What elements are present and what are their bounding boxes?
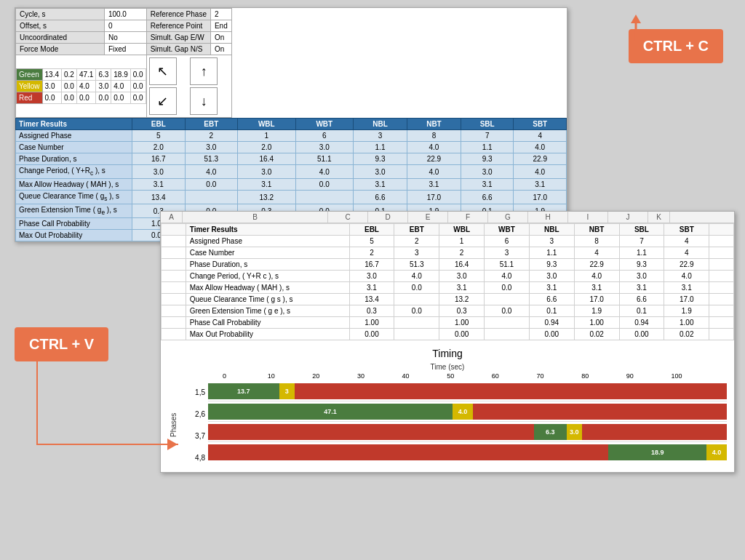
green-v2: 0.2	[62, 69, 77, 81]
col-g: G	[488, 212, 528, 223]
signal-icon-2: ↑	[190, 57, 218, 85]
col-i: I	[568, 212, 608, 223]
yellow-v5: 4.0	[111, 81, 130, 92]
red-v2: 0.0	[62, 92, 77, 104]
yellow-v4: 3.0	[96, 81, 111, 92]
phases-label: Phases	[168, 381, 179, 468]
table-row: Change Period, ( Y+Rc ), s3.04.03.04.03.…	[16, 165, 567, 179]
yellow-v2: 0.0	[62, 81, 77, 92]
wbl-header: WBL	[238, 119, 295, 130]
red-v5: 0.0	[111, 92, 130, 104]
simgap-ew-label: Simult. Gap E/W	[146, 32, 210, 44]
table-row: Case Number 23231.141.14	[162, 247, 734, 259]
nbt-header: NBT	[407, 119, 461, 130]
yellow-v1: 3.0	[42, 81, 61, 92]
bar-red-26	[473, 404, 727, 420]
tick-80: 80	[581, 372, 626, 380]
tick-20: 20	[312, 372, 357, 380]
red-v4: 0.0	[96, 92, 111, 104]
sbl-header: SBL	[461, 119, 514, 130]
tick-70: 70	[536, 372, 581, 380]
bar-green-37: 6.3	[534, 424, 567, 440]
col-d: D	[368, 212, 408, 223]
tick-60: 60	[492, 372, 537, 380]
bar-row-37: 6.3 3.0	[208, 422, 727, 442]
green-v6: 0.0	[130, 69, 146, 81]
timing-title: Timing	[168, 348, 727, 359]
tick-30: 30	[357, 372, 402, 380]
tick-90: 90	[626, 372, 672, 380]
simgap-ew-value: On	[210, 32, 231, 44]
red-v6: 0.0	[130, 92, 146, 104]
bar-yellow-48: 4.0	[706, 444, 727, 460]
col-c: C	[328, 212, 368, 223]
bar-row-48: 18.9 4.0	[208, 442, 727, 463]
bar-row-26: 47.1 4.0	[208, 401, 727, 422]
ref-phase-value: 2	[210, 9, 231, 20]
table-row: Phase Call Probability 1.001.000.941.000…	[162, 317, 734, 329]
simgap-ns-value: On	[210, 44, 231, 55]
timer-results-header: Timer Results	[16, 119, 132, 130]
nbl-header: NBL	[354, 119, 407, 130]
table-row: Phase Duration, s16.751.316.451.19.322.9…	[16, 153, 567, 165]
ctrl-c-arrow	[625, 15, 647, 45]
bar-yellow-26: 4.0	[453, 404, 474, 420]
offset-value: 0	[104, 20, 146, 32]
col-f: F	[448, 212, 488, 223]
tick-50: 50	[447, 372, 492, 380]
yellow-v3: 4.0	[76, 81, 95, 92]
ref-point-label: Reference Point	[146, 20, 210, 32]
bottom-panel: A B C D E F G H I J K Timer Results EBL	[160, 211, 735, 473]
red-v3: 0.0	[76, 92, 95, 104]
green-label: Green	[17, 69, 43, 81]
info-table: Cycle, s 100.0 Reference Phase 2 Offset,…	[15, 8, 232, 118]
bar-green-26: 47.1	[208, 404, 453, 420]
bar-red-37-2	[582, 424, 727, 440]
ctrl-v-badge: CTRL + V	[15, 327, 108, 361]
ctrl-v-horiz-line	[36, 444, 178, 445]
phase-label-26: 2,6	[179, 403, 208, 425]
signal-icon-1: ↖	[149, 57, 177, 85]
cycle-label: Cycle, s	[16, 9, 105, 20]
bars-area: 13.7 3 47.1 4.0 6.3 3.0	[208, 381, 727, 468]
yellow-v6: 0.0	[130, 81, 146, 92]
table-row: Max Allow Headway ( MAH ), s3.10.03.10.0…	[16, 179, 567, 191]
bar-red-48-1	[208, 444, 608, 460]
red-v1: 0.0	[42, 92, 61, 104]
simgap-ns-label: Simult. Gap N/S	[146, 44, 210, 55]
bar-green-48: 18.9	[608, 444, 706, 460]
ref-point-value: End	[210, 20, 231, 32]
time-axis-label: Time (sec)	[168, 363, 727, 371]
table-row: Assigned Phase52163874	[16, 130, 567, 142]
cycle-value: 100.0	[104, 9, 146, 20]
bar-row-15: 13.7 3	[208, 381, 727, 401]
sbt-header: SBT	[514, 119, 567, 130]
top-panel: Cycle, s 100.0 Reference Phase 2 Offset,…	[15, 7, 567, 242]
ebl-header: EBL	[132, 119, 186, 130]
offset-label: Offset, s	[16, 20, 105, 32]
phase-label-15: 1,5	[179, 381, 208, 403]
table-row: Max Out Probability 0.000.000.000.020.00…	[162, 329, 734, 340]
tick-10: 10	[268, 372, 313, 380]
tick-0: 0	[223, 372, 268, 380]
excel-data-table: Timer Results EBLEBTWBLWBTNBLNBTSBLSBT A…	[161, 223, 734, 340]
wbt-header: WBT	[295, 119, 353, 130]
uncoord-label: Uncoordinated	[16, 32, 105, 44]
table-row: Queue Clearance Time ( g s ), s 13.413.2…	[162, 294, 734, 305]
table-row: Case Number2.03.02.03.01.14.01.14.0	[16, 142, 567, 153]
green-v3: 47.1	[76, 69, 95, 81]
table-row: Phase Duration, s 16.751.316.451.19.322.…	[162, 259, 734, 271]
force-mode-value: Fixed	[104, 44, 146, 55]
col-a: A	[161, 212, 183, 223]
bar-yellow-15: 3	[279, 383, 295, 399]
table-row: Change Period, ( Y+R c ), s 3.04.03.04.0…	[162, 271, 734, 282]
ebt-header: EBT	[185, 119, 238, 130]
signal-icon-3: ↙	[149, 87, 177, 115]
ref-phase-label: Reference Phase	[146, 9, 210, 20]
table-row: Timer Results EBLEBTWBLWBTNBLNBTSBLSBT	[162, 224, 734, 236]
bar-red-15	[295, 383, 727, 399]
signal-icon-4: ↓	[190, 87, 218, 115]
phase-label-48: 4,8	[179, 447, 208, 468]
bar-red-37-1	[208, 424, 534, 440]
svg-marker-1	[631, 15, 641, 23]
